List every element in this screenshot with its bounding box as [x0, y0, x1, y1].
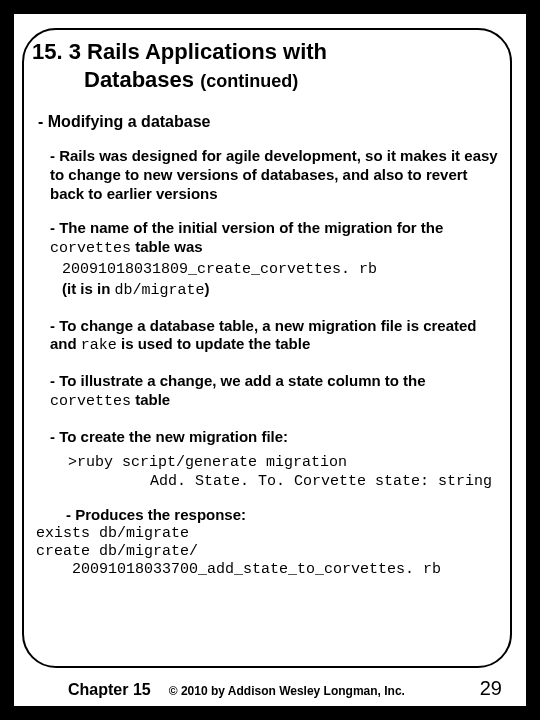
footer: Chapter 15 © 2010 by Addison Wesley Long…: [14, 677, 526, 700]
footer-copyright: © 2010 by Addison Wesley Longman, Inc.: [169, 684, 405, 698]
response-line-2: create db/migrate/: [36, 543, 512, 561]
text: - The name of the initial version of the…: [50, 219, 443, 236]
bullet-rake: - To change a database table, a new migr…: [50, 317, 512, 357]
title-continued: (continued): [200, 71, 298, 91]
cmd-line-2: Add. State. To. Corvette state: string: [150, 473, 512, 492]
code-corvettes: corvettes: [50, 240, 131, 257]
bullet-produces: - Produces the response:: [66, 506, 512, 525]
cmd-line-1: >ruby script/generate migration: [68, 454, 512, 473]
title-word: Databases: [84, 67, 200, 92]
text: table: [131, 391, 170, 408]
text: is used to update the table: [117, 335, 310, 352]
title-line-2: Databases (continued): [84, 66, 512, 94]
footer-chapter: Chapter 15: [68, 681, 151, 699]
response-line-1: exists db/migrate: [36, 525, 512, 543]
code-corvettes-2: corvettes: [50, 393, 131, 410]
bullet-agile: - Rails was designed for agile developme…: [50, 147, 512, 203]
title-line-1: 15. 3 Rails Applications with: [32, 38, 512, 66]
slide: 15. 3 Rails Applications with Databases …: [14, 14, 526, 706]
code-db-migrate: db/migrate: [115, 282, 205, 299]
response-line-3: 20091018033700_add_state_to_corvettes. r…: [72, 561, 512, 579]
code-rake: rake: [81, 337, 117, 354]
page-number: 29: [480, 677, 502, 700]
content-area: 15. 3 Rails Applications with Databases …: [32, 38, 512, 579]
command-block: >ruby script/generate migration Add. Sta…: [68, 454, 512, 492]
heading-modifying: - Modifying a database: [38, 113, 512, 131]
migration-filename: 20091018031809_create_corvettes. rb: [62, 261, 512, 278]
text: ): [205, 280, 210, 297]
bullet-db-migrate: (it is in db/migrate): [62, 280, 512, 301]
bullet-create-migration: - To create the new migration file:: [50, 428, 512, 447]
text: (it is in: [62, 280, 115, 297]
text: - To illustrate a change, we add a state…: [50, 372, 426, 389]
bullet-state-column: - To illustrate a change, we add a state…: [50, 372, 512, 412]
bullet-migration-name: - The name of the initial version of the…: [50, 219, 512, 259]
text: table was: [131, 238, 203, 255]
